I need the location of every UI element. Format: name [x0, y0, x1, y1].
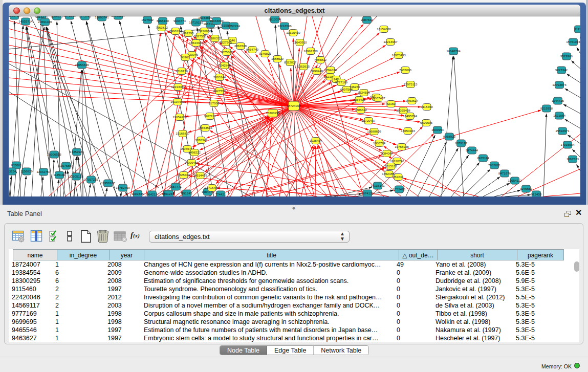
svg-text:14353594: 14353594 [198, 126, 212, 129]
svg-text:1621064: 1621064 [553, 114, 566, 117]
svg-text:3267110: 3267110 [204, 114, 216, 118]
svg-text:12213967: 12213967 [383, 40, 398, 43]
svg-text:12213369: 12213369 [171, 85, 185, 89]
svg-text:16120746: 16120746 [390, 159, 404, 163]
svg-text:1640954: 1640954 [431, 128, 444, 132]
svg-text:8454749: 8454749 [246, 48, 259, 51]
svg-text:17957225: 17957225 [84, 178, 98, 181]
svg-text:1527602: 1527602 [141, 18, 154, 21]
svg-text:16093741: 16093741 [95, 16, 109, 19]
svg-text:8215958: 8215958 [540, 106, 553, 110]
svg-text:17016504: 17016504 [560, 143, 575, 146]
svg-text:8874123: 8874123 [361, 191, 374, 195]
svg-text:9474444: 9474444 [466, 148, 478, 152]
svg-text:19654923: 19654923 [172, 115, 187, 119]
svg-text:7625402: 7625402 [178, 173, 190, 177]
svg-text:1192346: 1192346 [132, 192, 144, 195]
svg-text:835061: 835061 [11, 163, 22, 167]
svg-text:2935114: 2935114 [477, 156, 489, 160]
svg-text:1145194: 1145194 [53, 173, 66, 177]
svg-text:13975887: 13975887 [59, 164, 73, 167]
svg-text:16154808: 16154808 [377, 27, 391, 31]
svg-text:15692971: 15692971 [555, 129, 570, 133]
svg-text:8938923: 8938923 [443, 135, 456, 138]
svg-text:1244415: 1244415 [552, 99, 564, 102]
svg-text:18300295: 18300295 [266, 111, 280, 115]
svg-text:9146821: 9146821 [259, 52, 272, 55]
svg-text:9313274: 9313274 [35, 16, 48, 18]
svg-text:1805714: 1805714 [9, 16, 21, 17]
svg-text:9777169: 9777169 [335, 80, 348, 84]
svg-text:2803144: 2803144 [213, 75, 226, 79]
svg-text:1362615: 1362615 [297, 64, 310, 68]
svg-text:62160: 62160 [386, 102, 396, 105]
svg-text:20691406: 20691406 [38, 20, 52, 24]
svg-text:774421: 774421 [215, 192, 226, 196]
svg-text:2087642: 2087642 [361, 18, 374, 21]
svg-text:9529966: 9529966 [560, 54, 573, 58]
svg-text:252234: 252234 [393, 175, 404, 179]
svg-text:9242848: 9242848 [219, 63, 231, 67]
svg-text:2867608: 2867608 [234, 44, 247, 48]
svg-text:12975115: 12975115 [403, 82, 418, 86]
svg-text:1588520: 1588520 [271, 57, 284, 60]
svg-text:9327505: 9327505 [194, 34, 207, 38]
svg-text:15751074: 15751074 [566, 40, 580, 43]
svg-text:1880724: 1880724 [373, 141, 386, 145]
svg-text:10973493: 10973493 [391, 53, 406, 57]
svg-text:19166827: 19166827 [176, 132, 190, 135]
svg-text:6699695: 6699695 [420, 121, 433, 124]
svg-text:2364436: 2364436 [353, 98, 366, 101]
svg-text:2718176: 2718176 [176, 69, 188, 73]
svg-text:8872219: 8872219 [63, 16, 76, 17]
svg-text:9463627: 9463627 [406, 99, 419, 102]
svg-text:6497568: 6497568 [340, 87, 353, 91]
svg-text:3875685: 3875685 [221, 50, 233, 54]
svg-text:9657771: 9657771 [169, 185, 182, 188]
svg-text:20206533: 20206533 [47, 152, 61, 156]
svg-text:12505135: 12505135 [69, 174, 83, 178]
svg-text:1273741: 1273741 [79, 16, 92, 18]
svg-text:7632621: 7632621 [488, 163, 501, 167]
svg-text:8427552: 8427552 [213, 89, 226, 93]
svg-text:15720407: 15720407 [361, 119, 376, 122]
svg-text:14136141: 14136141 [371, 184, 385, 187]
svg-text:9115460: 9115460 [421, 105, 433, 108]
svg-text:16107553: 16107553 [170, 100, 185, 103]
svg-text:11173: 11173 [575, 27, 580, 31]
svg-text:8186323: 8186323 [209, 36, 222, 40]
svg-text:7357224: 7357224 [228, 24, 241, 28]
svg-text:14914479: 14914479 [193, 173, 207, 177]
svg-text:10807487: 10807487 [371, 96, 385, 100]
svg-text:12093873: 12093873 [552, 83, 567, 86]
svg-text:8990448: 8990448 [311, 69, 323, 73]
svg-text:10756928: 10756928 [395, 145, 409, 148]
svg-text:10653267: 10653267 [111, 16, 125, 17]
svg-text:8960124: 8960124 [169, 29, 182, 33]
svg-text:12942757: 12942757 [36, 170, 51, 173]
svg-text:1615132: 1615132 [385, 164, 398, 168]
svg-text:8813054: 8813054 [269, 17, 281, 21]
svg-text:6879197: 6879197 [455, 141, 468, 145]
svg-text:16961758: 16961758 [303, 49, 318, 53]
svg-text:991245: 991245 [182, 191, 192, 195]
svg-text:7386322: 7386322 [355, 108, 367, 112]
svg-text:9134773: 9134773 [173, 19, 186, 23]
svg-text:9327505: 9327505 [220, 40, 232, 44]
svg-text:1064123: 1064123 [51, 16, 63, 18]
svg-text:661234: 661234 [164, 192, 175, 195]
svg-text:1938454: 1938454 [310, 139, 322, 142]
svg-text:3878342: 3878342 [195, 138, 208, 142]
svg-text:7663822: 7663822 [156, 26, 168, 29]
svg-text:18640910: 18640910 [293, 40, 307, 44]
svg-text:10654112: 10654112 [508, 179, 522, 182]
svg-text:9227342: 9227342 [555, 68, 568, 72]
svg-text:14055714: 14055714 [18, 19, 33, 23]
svg-text:964213: 964213 [147, 192, 158, 196]
svg-text:7485063: 7485063 [399, 68, 412, 72]
svg-text:98961: 98961 [181, 55, 190, 59]
svg-text:1156829: 1156829 [20, 169, 33, 173]
svg-text:3624554: 3624554 [358, 91, 371, 94]
svg-text:9084067: 9084067 [381, 151, 394, 155]
svg-text:17359924: 17359924 [70, 150, 84, 154]
